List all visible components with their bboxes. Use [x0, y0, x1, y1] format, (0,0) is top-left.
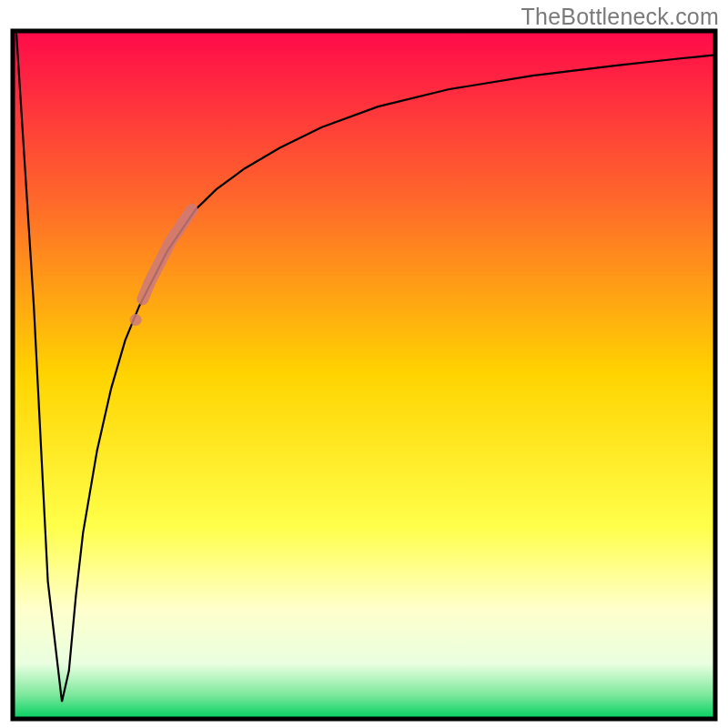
bottleneck-chart	[0, 0, 728, 728]
gradient-background	[13, 31, 715, 719]
plot-area	[13, 31, 715, 719]
chart-container: TheBottleneck.com	[0, 0, 728, 728]
watermark-text: TheBottleneck.com	[521, 4, 719, 30]
